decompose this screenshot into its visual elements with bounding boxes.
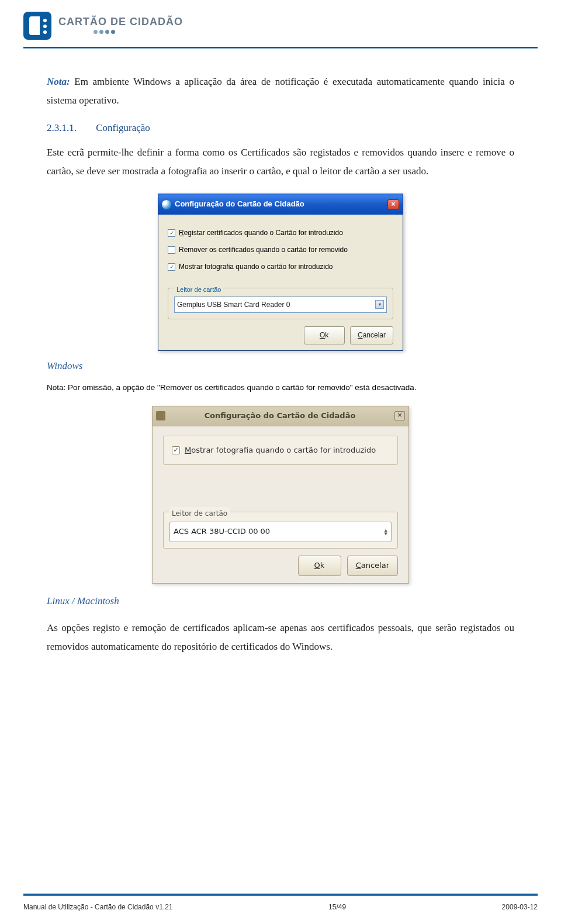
section-body: Este ecrã permite-lhe definir a forma co… [47, 143, 514, 181]
gtk-config-dialog: Configuração do Cartão de Cidadão × ✓ Mo… [152, 406, 409, 584]
page-header: CARTÃO DE CIDADÃO [0, 0, 561, 44]
close-icon[interactable]: × [387, 199, 399, 210]
footer-rule [23, 894, 538, 896]
checkbox-icon[interactable]: ✓ [172, 446, 180, 454]
page-footer: Manual de Utilização - Cartão de Cidadão… [23, 903, 538, 911]
xp-check-register[interactable]: ✓ Registar certificados quando o Cartão … [168, 226, 393, 240]
xp-check-remove[interactable]: Remover os certificados quando o cartão … [168, 243, 393, 257]
checkbox-icon[interactable]: ✓ [168, 263, 175, 271]
chevron-down-icon[interactable]: ▾ [375, 300, 384, 309]
gtk-reader-select[interactable]: ACS ACR 38U-CCID 00 00 ▲▼ [169, 522, 392, 542]
gtk-title: Configuração do Cartão de Cidadão [165, 409, 394, 423]
gtk-reader-value: ACS ACR 38U-CCID 00 00 [174, 525, 270, 539]
intro-paragraph: Nota: Em ambiente Windows a aplicação da… [47, 73, 514, 111]
xp-title: Configuração do Cartão de Cidadão [175, 197, 304, 212]
document-body: Nota: Em ambiente Windows a aplicação da… [0, 49, 561, 657]
xp-app-icon [162, 200, 171, 209]
gtk-check-photo[interactable]: ✓ Mostrar fotografia quando o cartão for… [172, 443, 389, 458]
xp-check-label: Remover os certificados quando o cartão … [179, 243, 348, 257]
gtk-reader-fieldset: Leitor de cartão ACS ACR 38U-CCID 00 00 … [163, 512, 398, 549]
footer-page: 15/49 [328, 903, 346, 911]
xp-reader-select[interactable]: Gemplus USB Smart Card Reader 0 ▾ [174, 296, 387, 313]
footer-left: Manual de Utilização - Cartão de Cidadão… [23, 903, 172, 911]
checkbox-icon[interactable]: ✓ [168, 229, 175, 237]
section-heading: 2.3.1.1. Configuração [47, 119, 514, 137]
windows-note: Nota: Por omissão, a opção de "Remover o… [47, 380, 514, 395]
footer-date: 2009-03-12 [502, 903, 538, 911]
cancel-button[interactable]: Cancelar [347, 556, 398, 576]
xp-dialog-body: ✓ Registar certificados quando o Cartão … [158, 215, 403, 350]
xp-reader-fieldset: Leitor de cartão Gemplus USB Smart Card … [168, 288, 393, 320]
nota-label: Nota: [47, 76, 70, 87]
checkbox-icon[interactable] [168, 246, 175, 254]
gtk-titlebar: Configuração do Cartão de Cidadão × [153, 406, 408, 426]
section-number: 2.3.1.1. [47, 119, 94, 137]
xp-reader-value: Gemplus USB Smart Card Reader 0 [177, 298, 290, 312]
brand-logo-icon [23, 12, 51, 40]
xp-config-dialog: Configuração do Cartão de Cidadão × ✓ Re… [158, 194, 403, 351]
gtk-button-row: Ok Cancelar [163, 556, 398, 576]
xp-check-label: Mostrar fotografia quando o cartão for i… [179, 260, 333, 274]
gtk-dialog-body: ✓ Mostrar fotografia quando o cartão for… [153, 426, 408, 583]
xp-titlebar: Configuração do Cartão de Cidadão × [158, 194, 403, 215]
ok-button[interactable]: Ok [304, 326, 345, 344]
brand-text: CARTÃO DE CIDADÃO [58, 16, 183, 28]
cancel-button[interactable]: Cancelar [350, 326, 393, 344]
xp-check-photo[interactable]: ✓ Mostrar fotografia quando o cartão for… [168, 260, 393, 274]
linux-label: Linux / Macintosh [47, 592, 514, 611]
ok-button[interactable]: Ok [298, 556, 341, 576]
gtk-app-icon [156, 411, 165, 420]
nota-text: Em ambiente Windows a aplicação da área … [47, 76, 514, 106]
close-icon[interactable]: × [394, 411, 405, 420]
windows-label: Windows [47, 357, 514, 375]
xp-button-row: Ok Cancelar [168, 326, 393, 344]
gtk-check-label: Mostrar fotografia quando o cartão for i… [185, 443, 376, 458]
stepper-icon[interactable]: ▲▼ [385, 529, 387, 536]
gtk-reader-legend: Leitor de cartão [169, 507, 230, 520]
xp-check-label: Registar certificados quando o Cartão fo… [179, 226, 343, 240]
closing-paragraph: As opções registo e remoção de certifica… [47, 619, 514, 657]
section-title: Configuração [96, 122, 150, 133]
gtk-inner-frame: ✓ Mostrar fotografia quando o cartão for… [163, 436, 398, 466]
xp-reader-legend: Leitor de cartão [174, 284, 223, 296]
